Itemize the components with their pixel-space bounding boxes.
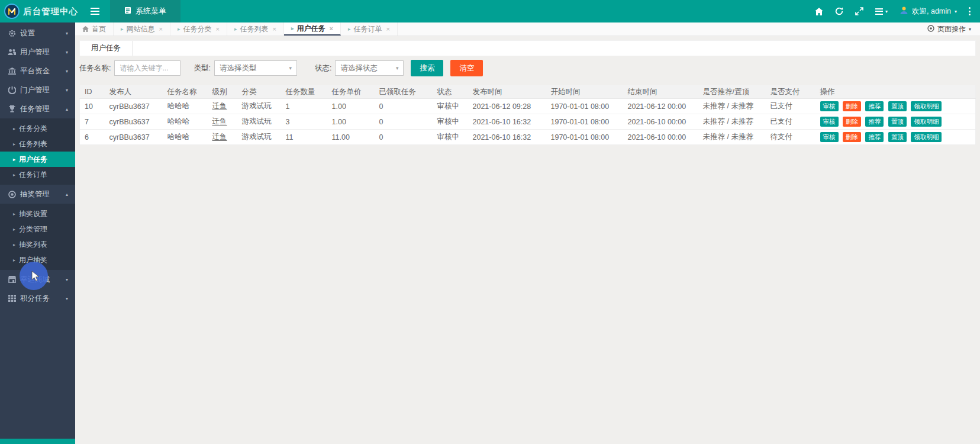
task-name-input[interactable]	[114, 60, 180, 76]
cell-paid: 已支付	[766, 99, 815, 114]
store-icon	[8, 275, 16, 284]
chevron-down-icon: ▾	[66, 296, 68, 301]
delete-button[interactable]: 删除	[843, 101, 861, 111]
sidebar-item-portal-management[interactable]: 门户管理 ▾	[0, 81, 75, 99]
recommend-button[interactable]: 推荐	[865, 132, 884, 142]
status-select[interactable]: 请选择状态 ▾	[335, 60, 404, 76]
close-icon[interactable]: ×	[216, 25, 220, 33]
cell-publish-time: 2021-06-10 16:32	[468, 114, 546, 130]
sidebar-item-task-management[interactable]: 任务管理 ▴	[0, 99, 75, 118]
sidebar-subitem-task-category[interactable]: ▸ 任务分类	[0, 121, 75, 136]
status-label: 状态:	[315, 63, 331, 73]
col-header-price: 任务单价	[327, 85, 375, 99]
sidebar-collapse-icon[interactable]	[91, 8, 99, 15]
sidebar-subitem-label: 任务分类	[19, 124, 47, 134]
tab-home[interactable]: 首页	[75, 22, 114, 36]
lottery-management-submenu: ▸ 抽奖设置 ▸ 分类管理 ▸ 抽奖列表 ▸ 用户抽奖	[0, 204, 75, 270]
home-icon[interactable]	[815, 8, 823, 15]
cell-recommend: 未推荐 / 未推荐	[698, 114, 766, 130]
sidebar-subitem-lottery-settings[interactable]: ▸ 抽奖设置	[0, 206, 75, 221]
user-menu[interactable]: 欢迎, admin ▾	[900, 6, 957, 17]
sidebar-subitem-category-management[interactable]: ▸ 分类管理	[0, 221, 75, 237]
sidebar-item-lucky-mall[interactable]: 幸运商城 ▾	[0, 270, 75, 289]
sidebar-item-label: 设置	[20, 28, 35, 38]
panel-tab-user-tasks[interactable]: 用户任务	[80, 41, 133, 56]
layout-menu-icon[interactable]: ▾	[875, 8, 888, 15]
table-header-row: ID 发布人 任务名称 级别 分类 任务数量 任务单价 已领取任务 状态 发布时…	[80, 85, 976, 99]
sidebar-item-user-management[interactable]: 用户管理 ▾	[0, 43, 75, 62]
sidebar-item-settings[interactable]: 设置 ▾	[0, 24, 75, 43]
sidebar-subitem-task-list[interactable]: ▸ 任务列表	[0, 136, 75, 152]
cell-price: 11.00	[327, 130, 375, 145]
pin-button[interactable]: 置顶	[888, 117, 907, 127]
triangle-right-icon: ▸	[13, 211, 15, 217]
cell-actions: 审核 删除 推荐 置顶 领取明细	[815, 114, 976, 130]
sidebar-item-lottery-management[interactable]: 抽奖管理 ▴	[0, 185, 75, 204]
triangle-right-icon: ▸	[13, 258, 15, 263]
page-actions-dropdown[interactable]: 页面操作 ▾	[918, 22, 980, 36]
tab-label: 任务订单	[353, 24, 382, 34]
sidebar-subitem-user-lottery[interactable]: ▸ 用户抽奖	[0, 252, 75, 268]
pin-button[interactable]: 置顶	[888, 101, 907, 111]
col-header-publish-time: 发布时间	[468, 85, 546, 99]
more-options-icon[interactable]	[969, 7, 971, 15]
type-label: 类型:	[194, 63, 210, 73]
claim-detail-button[interactable]: 领取明细	[911, 117, 942, 127]
delete-button[interactable]: 删除	[843, 117, 861, 127]
tab-site-info[interactable]: ▸ 网站信息 ×	[114, 22, 170, 36]
claim-detail-button[interactable]: 领取明细	[911, 101, 942, 111]
filter-bar: 任务名称: 类型: 请选择类型 ▾ 状态: 请选择状态 ▾ 搜索 清空	[79, 59, 976, 77]
sidebar-subitem-user-tasks[interactable]: ▸ 用户任务	[0, 152, 75, 167]
delete-button[interactable]: 删除	[843, 132, 861, 142]
topbar-actions: ▾ 欢迎, admin ▾	[815, 6, 980, 17]
target-icon	[927, 25, 934, 34]
pin-button[interactable]: 置顶	[888, 132, 907, 142]
col-header-recommend: 是否推荐/置顶	[698, 85, 766, 99]
cell-count: 11	[281, 130, 327, 145]
clear-button[interactable]: 清空	[450, 60, 483, 76]
tab-task-category[interactable]: ▸ 任务分类 ×	[170, 22, 227, 36]
col-header-task-name: 任务名称	[163, 85, 208, 99]
recommend-button[interactable]: 推荐	[865, 117, 884, 127]
trophy-icon	[8, 105, 16, 113]
cell-claimed: 0	[375, 99, 433, 114]
cell-recommend: 未推荐 / 未推荐	[698, 99, 766, 114]
sidebar-subitem-lottery-list[interactable]: ▸ 抽奖列表	[0, 237, 75, 252]
fullscreen-icon[interactable]	[855, 7, 863, 15]
level-link[interactable]: 迁鱼	[212, 102, 227, 110]
cell-actions: 审核 删除 推荐 置顶 领取明细	[815, 130, 976, 145]
cell-level: 迁鱼	[208, 130, 237, 145]
search-button[interactable]: 搜索	[411, 60, 443, 76]
system-menu-tab[interactable]: 系统菜单	[110, 0, 180, 22]
status-select-value: 请选择状态	[340, 63, 378, 73]
close-icon[interactable]: ×	[386, 25, 389, 33]
chevron-up-icon: ▴	[66, 107, 68, 112]
audit-button[interactable]: 审核	[820, 101, 839, 111]
audit-button[interactable]: 审核	[820, 132, 839, 142]
close-icon[interactable]: ×	[159, 25, 163, 33]
close-icon[interactable]: ×	[272, 25, 276, 33]
cell-claimed: 0	[375, 130, 433, 145]
tab-task-orders[interactable]: ▸ 任务订单 ×	[341, 22, 398, 36]
level-link[interactable]: 迁鱼	[212, 133, 227, 141]
sidebar-item-label: 用户管理	[20, 47, 50, 57]
tab-task-list[interactable]: ▸ 任务列表 ×	[227, 22, 284, 36]
chevron-down-icon: ▾	[66, 50, 68, 55]
close-icon[interactable]: ×	[329, 25, 333, 32]
tab-user-tasks[interactable]: ▸ 用户任务 ×	[284, 22, 341, 36]
audit-button[interactable]: 审核	[820, 117, 839, 127]
level-link[interactable]: 迁鱼	[212, 117, 227, 126]
recommend-button[interactable]: 推荐	[865, 101, 884, 111]
chevron-up-icon: ▴	[66, 192, 68, 197]
claim-detail-button[interactable]: 领取明细	[911, 132, 942, 142]
refresh-icon[interactable]	[835, 7, 843, 15]
sidebar-subitem-label: 用户任务	[19, 155, 47, 165]
type-select[interactable]: 请选择类型 ▾	[214, 60, 297, 76]
sidebar-item-points-tasks[interactable]: 积分任务 ▾	[0, 289, 75, 308]
cell-task-name: 哈哈哈	[163, 99, 208, 114]
sidebar-item-platform-funds[interactable]: 平台资金 ▾	[0, 62, 75, 81]
cell-category: 游戏试玩	[237, 114, 281, 130]
sidebar-subitem-label: 抽奖设置	[19, 209, 47, 219]
gear-icon	[8, 29, 16, 37]
sidebar-subitem-task-orders[interactable]: ▸ 任务订单	[0, 167, 75, 182]
